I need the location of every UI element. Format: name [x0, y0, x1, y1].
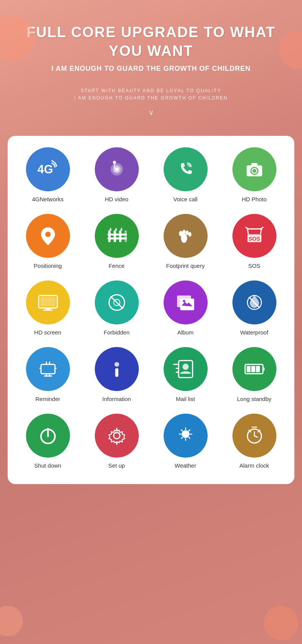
svg-point-9: [45, 232, 50, 237]
icon-circle-footprint-query[interactable]: [164, 214, 208, 258]
icon-item-long-standby: Long standby: [222, 347, 287, 402]
icon-item-information: Information: [84, 347, 149, 402]
svg-line-67: [188, 437, 190, 438]
icon-circle-voice-call[interactable]: [164, 147, 208, 191]
icon-item-positioning: Positioning: [15, 214, 80, 269]
svg-rect-13: [124, 230, 127, 242]
svg-rect-14: [107, 233, 127, 235]
svg-rect-45: [115, 368, 118, 377]
icon-circle-hd-screen[interactable]: [26, 280, 70, 324]
icon-label-hd-photo: HD Photo: [242, 196, 266, 202]
icon-label-long-standby: Long standby: [237, 396, 271, 402]
icon-circle-mail-list[interactable]: [164, 347, 208, 391]
icon-circle-hd-video[interactable]: [95, 147, 139, 191]
icon-item-waterproof: Waterproof: [222, 280, 287, 336]
features-grid: 4G4GNetworksHD videoVoice callHD PhotoPo…: [15, 147, 287, 469]
icon-label-4g-networks: 4GNetworks: [32, 196, 64, 202]
icon-circle-waterproof[interactable]: [232, 280, 276, 324]
icon-item-4g-networks: 4G4GNetworks: [15, 147, 80, 202]
icon-label-information: Information: [102, 396, 131, 402]
icon-item-voice-call: Voice call: [153, 147, 218, 202]
svg-point-35: [183, 300, 185, 302]
icon-label-hd-video: HD video: [105, 196, 128, 202]
svg-text:SOS: SOS: [248, 235, 260, 241]
arrow-down: ∨: [11, 108, 291, 117]
svg-rect-54: [251, 366, 255, 372]
svg-rect-53: [247, 366, 250, 372]
icon-circle-forbidden[interactable]: [95, 280, 139, 324]
icon-item-set-up: Set up: [84, 414, 149, 469]
svg-marker-18: [120, 227, 122, 230]
icon-circle-album[interactable]: [164, 280, 208, 324]
icon-circle-shut-down[interactable]: [26, 414, 70, 458]
icon-circle-alarm-clock[interactable]: [232, 414, 276, 458]
svg-line-65: [188, 430, 190, 431]
svg-rect-38: [41, 364, 55, 373]
sub-title: I AM ENOUGH TO GUARD THE GROWTH OF CHILD…: [11, 65, 291, 73]
icon-circle-set-up[interactable]: [95, 414, 139, 458]
icon-circle-long-standby[interactable]: [232, 347, 276, 391]
tagline1: START WITH BEAUTY AND BE LOYAL TO QUALIT…: [11, 88, 291, 93]
svg-line-64: [181, 430, 182, 431]
svg-point-4: [113, 161, 116, 164]
icon-label-footprint-query: Footprint query: [166, 262, 205, 269]
svg-point-3: [115, 167, 119, 171]
icon-label-positioning: Positioning: [34, 262, 62, 269]
icon-label-sos: SOS: [248, 262, 260, 269]
icon-label-voice-call: Voice call: [173, 196, 197, 202]
svg-rect-12: [119, 230, 121, 242]
svg-point-21: [182, 230, 185, 234]
svg-rect-11: [114, 230, 116, 242]
svg-line-70: [254, 436, 257, 437]
svg-point-58: [114, 432, 120, 439]
svg-marker-17: [115, 227, 117, 230]
icon-item-fence: Fence: [84, 214, 149, 269]
decorative-circle-bottom-right: [264, 606, 298, 640]
icon-circle-fence[interactable]: [95, 214, 139, 258]
icon-label-set-up: Set up: [108, 462, 125, 469]
icon-label-reminder: Reminder: [35, 396, 60, 402]
icon-item-alarm-clock: Alarm clock: [222, 414, 287, 469]
icon-label-weather: Weather: [175, 462, 196, 469]
svg-line-31: [110, 296, 123, 309]
icon-circle-reminder[interactable]: [26, 347, 70, 391]
icon-circle-information[interactable]: [95, 347, 139, 391]
svg-point-59: [182, 430, 189, 438]
svg-text:4G: 4G: [37, 162, 53, 175]
svg-point-20: [179, 231, 183, 236]
svg-point-47: [182, 364, 188, 370]
main-title: FULL CORE UPGRADE TO WHAT YOU WANT: [11, 23, 291, 61]
icon-circle-hd-photo[interactable]: [232, 147, 276, 191]
icon-label-forbidden: Forbidden: [104, 329, 130, 336]
icon-circle-sos[interactable]: SOS: [232, 214, 276, 258]
icon-label-alarm-clock: Alarm clock: [239, 462, 269, 469]
svg-rect-55: [256, 366, 260, 372]
icon-item-reminder: Reminder: [15, 347, 80, 402]
icon-label-waterproof: Waterproof: [240, 329, 268, 336]
icon-circle-4g-networks[interactable]: 4G: [26, 147, 70, 191]
svg-rect-28: [45, 308, 50, 310]
svg-line-66: [181, 437, 182, 438]
svg-rect-27: [40, 297, 56, 306]
icon-item-weather: Weather: [153, 414, 218, 469]
svg-point-23: [188, 232, 191, 236]
decorative-circle-bottom-left: [0, 606, 23, 636]
icon-circle-positioning[interactable]: [26, 214, 70, 258]
icon-item-footprint-query: Footprint query: [153, 214, 218, 269]
svg-rect-8: [251, 163, 257, 166]
icon-item-sos: SOSSOS: [222, 214, 287, 269]
svg-rect-29: [43, 310, 52, 311]
icon-item-shut-down: Shut down: [15, 414, 80, 469]
svg-point-22: [185, 230, 188, 235]
icon-label-fence: Fence: [109, 262, 125, 269]
icon-label-shut-down: Shut down: [34, 462, 62, 469]
svg-rect-52: [263, 367, 264, 370]
tagline2: I AM ENOUGH TO GUARD THE GROWTH OF CHILD…: [11, 95, 291, 101]
icon-item-hd-screen: HD screen: [15, 280, 80, 336]
svg-rect-15: [107, 237, 127, 239]
icon-label-mail-list: Mail list: [176, 396, 195, 402]
svg-rect-10: [108, 230, 110, 242]
icon-item-album: Album: [153, 280, 218, 336]
icon-item-mail-list: Mail list: [153, 347, 218, 402]
icon-circle-weather[interactable]: [164, 414, 208, 458]
